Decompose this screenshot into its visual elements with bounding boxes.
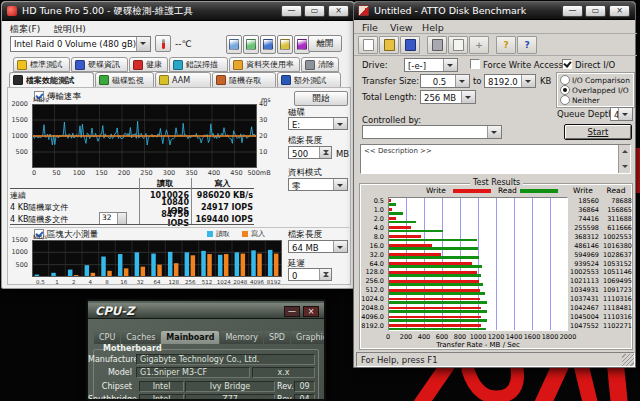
transfer-size-to[interactable]: 8192.0 xyxy=(484,74,536,88)
data-mode-select[interactable]: 零 xyxy=(288,178,348,191)
write-bar xyxy=(389,226,411,229)
spinner-arrows-icon[interactable] xyxy=(319,147,331,158)
chipset-name-field: Ivy Bridge xyxy=(185,381,275,392)
queue-depth-select[interactable]: 4 xyxy=(610,107,633,121)
print-button[interactable] xyxy=(427,36,447,54)
tab-memory[interactable]: Memory xyxy=(220,331,263,344)
file-length2-select[interactable]: 64 MB xyxy=(288,240,348,253)
southbridge-rev-field: 04 xyxy=(294,394,315,401)
start-button[interactable]: 開始 xyxy=(294,91,348,106)
transfer-rate-label: 傳輸速率 xyxy=(47,91,81,103)
hdtune-titlebar[interactable]: HD Tune Pro 5.00 - 硬碟檢測-維護工具 — ▭ × xyxy=(2,2,354,21)
controlled-by-select[interactable] xyxy=(362,125,502,139)
print-preview-icon xyxy=(453,39,464,51)
legend-write-label: 寫入 xyxy=(251,231,265,238)
desktop: { "desktop": { "watermark_color": "#d814… xyxy=(0,0,640,401)
copy-add-button[interactable] xyxy=(243,35,259,54)
scroll-up-icon[interactable] xyxy=(622,147,628,153)
copy-button[interactable] xyxy=(226,35,242,54)
tab-random-access[interactable]: 隨機存取 xyxy=(212,72,276,88)
minimize-button[interactable]: — xyxy=(284,306,300,317)
start-button[interactable]: Start xyxy=(564,124,632,140)
save-button[interactable] xyxy=(400,36,420,54)
drive-select[interactable]: [-e-] xyxy=(404,58,458,72)
read-value: 1110316 xyxy=(600,313,632,322)
data-mode-value: 零 xyxy=(292,181,333,193)
tab-spd[interactable]: SPD xyxy=(264,331,290,344)
read-bar xyxy=(389,292,485,295)
temperature-button[interactable] xyxy=(155,35,171,52)
neither-radio[interactable] xyxy=(560,95,570,105)
force-write-checkbox[interactable] xyxy=(470,59,480,69)
minimize-button[interactable]: — xyxy=(562,5,583,17)
description-box[interactable]: << Description >> xyxy=(360,144,631,174)
delay-spinner[interactable]: 0 xyxy=(288,268,332,281)
y2-tick: 30 xyxy=(259,117,267,124)
file-length-spinner[interactable]: 500 xyxy=(288,146,332,159)
tab-aam[interactable]: AAM xyxy=(155,72,211,88)
options-button[interactable] xyxy=(277,35,293,54)
context-help-button[interactable]: ? xyxy=(517,36,537,54)
pan-button[interactable]: + xyxy=(469,36,489,54)
cpuz-titlebar[interactable]: CPU-Z — × xyxy=(88,303,324,319)
thread-count-spinner[interactable]: 32 xyxy=(99,212,127,225)
tab-disk-monitor[interactable]: 磁碟監視 xyxy=(95,72,154,88)
resize-grip[interactable] xyxy=(622,354,634,366)
tab-file-benchmark[interactable]: 檔案效能測試 xyxy=(9,72,94,88)
write-value: 24917 IOPS xyxy=(191,203,254,212)
exit-label: 離開 xyxy=(317,38,334,50)
close-button[interactable]: × xyxy=(328,5,349,17)
tab-label: 隨機存取 xyxy=(229,75,261,86)
queue-depth-label: Queue Depth: xyxy=(557,109,616,119)
total-length-select[interactable]: 256 MB xyxy=(420,90,476,104)
maximize-button[interactable]: ▭ xyxy=(585,5,606,17)
tab-caches[interactable]: Caches xyxy=(121,331,160,344)
menu-view[interactable]: View xyxy=(390,22,413,33)
y-tick: 1000 xyxy=(11,249,28,256)
close-button[interactable]: × xyxy=(609,5,630,17)
tab-health[interactable]: 健康 xyxy=(129,57,168,72)
minimize-button[interactable]: — xyxy=(281,5,302,17)
tab-error-scan[interactable]: 錯誤掃描 xyxy=(169,57,228,72)
tab-extra-tests[interactable]: 額外測試 xyxy=(277,72,341,88)
help-icon: ? xyxy=(503,40,508,50)
chipset-rev-label: Rev. xyxy=(277,382,293,391)
new-file-button[interactable] xyxy=(358,36,378,54)
disk-select[interactable]: E: xyxy=(288,117,348,130)
menu-help[interactable]: Help xyxy=(422,22,444,33)
trash-icon xyxy=(305,60,315,70)
transfer-size-from[interactable]: 0.5 xyxy=(420,74,470,88)
scroll-down-icon[interactable] xyxy=(622,165,628,171)
section-divider xyxy=(9,227,349,228)
direct-io-checkbox[interactable] xyxy=(562,59,572,69)
row-label: 512.0 xyxy=(358,286,384,295)
help-button[interactable]: ? xyxy=(496,36,516,54)
tab-graphics[interactable]: Graphics xyxy=(291,331,326,344)
read-value: 156865 xyxy=(600,206,632,215)
close-button[interactable]: × xyxy=(303,306,319,317)
maximize-button[interactable]: ▭ xyxy=(304,5,325,17)
atto-chart-plot xyxy=(388,197,568,331)
print-preview-button[interactable] xyxy=(448,36,468,54)
io-comparison-radio[interactable] xyxy=(560,75,570,85)
open-button[interactable] xyxy=(379,36,399,54)
tab-folder-usage[interactable]: 資料夾使用率 xyxy=(229,57,300,72)
menu-file[interactable]: File xyxy=(362,22,378,33)
save-button[interactable] xyxy=(260,35,276,54)
write-bar xyxy=(389,289,480,292)
tab-disk-info[interactable]: 硬碟資訊 xyxy=(71,57,128,72)
tab-standard-test[interactable]: 標準測試 xyxy=(13,57,70,72)
tab-mainboard[interactable]: Mainboard xyxy=(161,331,219,344)
tab-cpu[interactable]: CPU xyxy=(94,331,120,344)
spinner-arrows-icon[interactable] xyxy=(319,269,331,280)
exit-button[interactable]: 離開 xyxy=(308,35,342,52)
hdtune-app-icon xyxy=(7,6,17,16)
atto-titlebar[interactable]: Untitled - ATTO Disk Benchmark — ▭ × xyxy=(354,2,635,20)
description-scrollbar[interactable] xyxy=(618,145,630,173)
spinner-arrows-icon[interactable] xyxy=(117,213,126,224)
menu-help[interactable]: 說明(H) xyxy=(54,23,86,36)
overlapped-io-radio[interactable] xyxy=(560,85,570,95)
menu-file[interactable]: 檔案(F) xyxy=(10,23,40,36)
drive-select[interactable]: Intel Raid 0 Volume (480 gB) xyxy=(10,36,151,52)
tab-erase[interactable]: 清除 xyxy=(301,57,339,72)
